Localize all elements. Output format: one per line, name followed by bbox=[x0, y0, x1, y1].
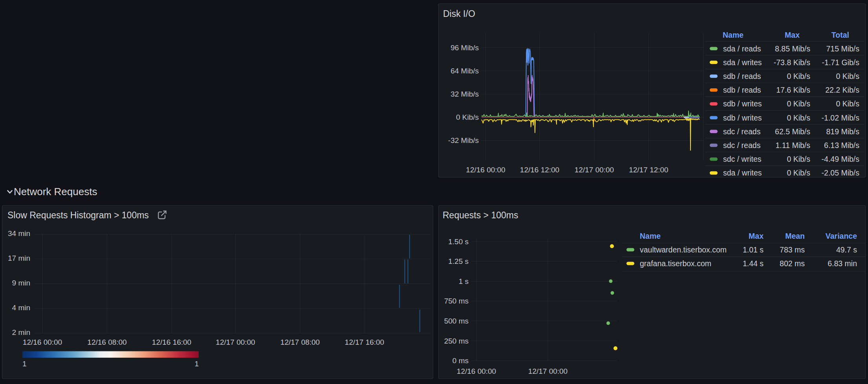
svg-text:9 min: 9 min bbox=[12, 279, 30, 287]
svg-text:12/16 08:00: 12/16 08:00 bbox=[87, 338, 126, 346]
svg-text:12/17 00:00: 12/17 00:00 bbox=[575, 166, 614, 174]
svg-text:Name: Name bbox=[723, 31, 743, 39]
svg-text:sdb / reads: sdb / reads bbox=[723, 86, 761, 94]
svg-text:0 Kib/s: 0 Kib/s bbox=[787, 155, 810, 163]
svg-text:2 min: 2 min bbox=[12, 328, 30, 336]
svg-text:49.7 s: 49.7 s bbox=[836, 245, 857, 254]
svg-text:783 ms: 783 ms bbox=[780, 245, 805, 254]
svg-text:12/17 16:00: 12/17 16:00 bbox=[345, 338, 384, 346]
svg-text:sdc / reads: sdc / reads bbox=[723, 127, 761, 136]
svg-text:0 Kib/s: 0 Kib/s bbox=[836, 72, 859, 80]
svg-text:17.6 Kib/s: 17.6 Kib/s bbox=[776, 86, 810, 94]
svg-text:12/16 00:00: 12/16 00:00 bbox=[466, 166, 505, 174]
svg-text:grafana.tiserbox.com: grafana.tiserbox.com bbox=[640, 259, 711, 268]
svg-text:12/17 00:00: 12/17 00:00 bbox=[216, 338, 255, 346]
svg-text:12/17 08:00: 12/17 08:00 bbox=[280, 338, 320, 346]
svg-text:-1.02 Mib/s: -1.02 Mib/s bbox=[822, 113, 860, 122]
svg-text:0 Kib/s: 0 Kib/s bbox=[787, 99, 810, 108]
svg-text:sdb / writes: sdb / writes bbox=[723, 99, 762, 108]
svg-text:819 Mib/s: 819 Mib/s bbox=[826, 127, 859, 136]
svg-text:Max: Max bbox=[785, 31, 800, 39]
svg-text:22.2 Kib/s: 22.2 Kib/s bbox=[825, 86, 859, 94]
svg-text:64 Mib/s: 64 Mib/s bbox=[450, 67, 479, 75]
svg-text:0 Kib/s: 0 Kib/s bbox=[836, 99, 859, 108]
svg-text:17 min: 17 min bbox=[8, 254, 30, 262]
svg-text:sda / reads: sda / reads bbox=[723, 44, 761, 53]
svg-text:1.50 s: 1.50 s bbox=[448, 238, 469, 246]
svg-text:1.25 s: 1.25 s bbox=[448, 257, 469, 265]
svg-text:0 Kib/s: 0 Kib/s bbox=[787, 168, 810, 177]
svg-text:12/16 00:00: 12/16 00:00 bbox=[457, 367, 496, 375]
svg-text:sdc / writes: sdc / writes bbox=[723, 155, 762, 163]
svg-text:1: 1 bbox=[22, 360, 27, 368]
svg-text:1.11 Mib/s: 1.11 Mib/s bbox=[775, 141, 810, 150]
svg-text:34 min: 34 min bbox=[8, 229, 30, 238]
svg-text:500 ms: 500 ms bbox=[444, 317, 469, 325]
svg-text:12/17 12:00: 12/17 12:00 bbox=[629, 166, 668, 174]
svg-text:6.13 Mib/s: 6.13 Mib/s bbox=[824, 141, 859, 150]
svg-text:Total: Total bbox=[831, 31, 849, 39]
svg-text:sda / writes: sda / writes bbox=[723, 168, 762, 177]
svg-text:Variance: Variance bbox=[826, 232, 857, 240]
svg-text:750 ms: 750 ms bbox=[444, 297, 469, 305]
svg-text:62.5 Mib/s: 62.5 Mib/s bbox=[775, 127, 810, 136]
svg-text:sdb / writes: sdb / writes bbox=[723, 113, 762, 122]
svg-text:802 ms: 802 ms bbox=[780, 259, 805, 268]
svg-text:12/16 00:00: 12/16 00:00 bbox=[23, 338, 62, 346]
svg-text:-4.49 Mib/s: -4.49 Mib/s bbox=[822, 155, 860, 163]
svg-text:0 ms: 0 ms bbox=[452, 357, 469, 365]
svg-text:715 Mib/s: 715 Mib/s bbox=[826, 44, 859, 53]
svg-text:6.83 min: 6.83 min bbox=[828, 259, 857, 268]
svg-text:1 s: 1 s bbox=[459, 277, 469, 285]
svg-text:1.01 s: 1.01 s bbox=[743, 245, 764, 254]
svg-text:-73.8 Kib/s: -73.8 Kib/s bbox=[774, 58, 810, 67]
svg-text:Name: Name bbox=[640, 232, 661, 240]
svg-text:1: 1 bbox=[194, 360, 199, 368]
svg-text:12/16 12:00: 12/16 12:00 bbox=[520, 166, 559, 174]
svg-text:Max: Max bbox=[749, 232, 764, 240]
svg-text:96 Mib/s: 96 Mib/s bbox=[450, 44, 479, 52]
svg-text:0 Kib/s: 0 Kib/s bbox=[787, 72, 810, 80]
svg-text:32 Mib/s: 32 Mib/s bbox=[450, 90, 479, 98]
svg-text:sdc / reads: sdc / reads bbox=[723, 141, 761, 150]
svg-text:1.44 s: 1.44 s bbox=[743, 259, 764, 268]
svg-text:8.85 Mib/s: 8.85 Mib/s bbox=[775, 44, 810, 53]
svg-text:Mean: Mean bbox=[785, 232, 805, 240]
svg-text:12/17 00:00: 12/17 00:00 bbox=[528, 367, 568, 375]
svg-text:-2.05 Mib/s: -2.05 Mib/s bbox=[822, 168, 860, 177]
svg-text:vaultwarden.tiserbox.com: vaultwarden.tiserbox.com bbox=[640, 245, 727, 254]
svg-text:-32 Mib/s: -32 Mib/s bbox=[448, 136, 479, 144]
svg-text:-1.71 Gib/s: -1.71 Gib/s bbox=[822, 58, 860, 67]
svg-text:12/16 16:00: 12/16 16:00 bbox=[152, 338, 191, 346]
svg-text:sda / writes: sda / writes bbox=[723, 58, 762, 67]
svg-text:sdb / reads: sdb / reads bbox=[723, 72, 761, 80]
svg-text:0 Kib/s: 0 Kib/s bbox=[787, 113, 810, 122]
svg-text:4 min: 4 min bbox=[12, 304, 30, 312]
svg-text:0 Kib/s: 0 Kib/s bbox=[456, 113, 479, 121]
svg-text:250 ms: 250 ms bbox=[444, 337, 469, 345]
